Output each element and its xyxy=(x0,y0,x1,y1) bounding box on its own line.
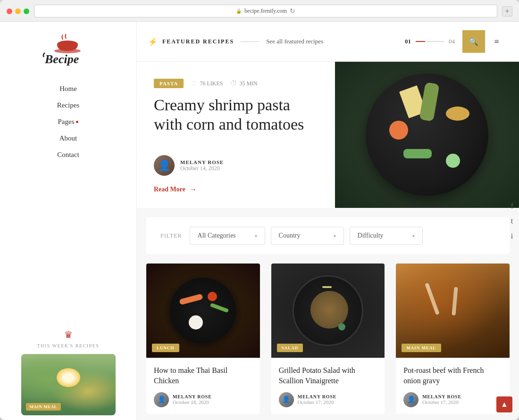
bolt-icon: ⚡ xyxy=(148,37,158,46)
author-name: MELANY ROSE xyxy=(180,159,224,165)
card-content-1: Grilled Potato Salad with Scallion Vinai… xyxy=(271,358,385,414)
pagination-line xyxy=(416,41,444,42)
card-image-2: MAIN MEAL xyxy=(396,264,510,358)
sidebar-item-about[interactable]: About xyxy=(59,134,77,142)
twitter-icon[interactable]: t xyxy=(511,217,513,225)
pagination-current: 01 xyxy=(405,38,411,45)
maximize-button[interactable] xyxy=(24,8,29,14)
card-avatar-1: 👤 xyxy=(279,392,294,407)
svg-text:Becipe: Becipe xyxy=(44,52,79,66)
card-tag-0: LUNCH xyxy=(152,344,179,352)
read-more-button[interactable]: Read More → xyxy=(154,185,318,194)
card-author-info-1: MELANY ROSE October 17, 2020 xyxy=(298,394,337,405)
top-bar: ⚡ FEATURED RECIPES See all featured reci… xyxy=(137,22,519,62)
card-content-0: How to make Thai Basil Chicken 👤 MELANY … xyxy=(146,358,260,414)
chevron-up-icon: ▲ xyxy=(501,400,508,409)
time-info: ⏱ 35 MIN xyxy=(230,80,257,87)
filter-label: FILTER xyxy=(160,232,182,239)
card-author-info-0: MELANY ROSE October 18, 2020 xyxy=(173,394,212,405)
browser-window: 🔒 becipe.frenify.com ↻ + xyxy=(0,0,519,420)
recipe-title: Creamy shrimp pasta with corn and tomato… xyxy=(154,96,318,134)
chevron-down-icon: ▾ xyxy=(255,233,257,239)
recipe-card-2[interactable]: MAIN MEAL Pot-roast beef with French oni… xyxy=(396,264,510,414)
weekly-label: THIS WEEK'S RECIPES xyxy=(0,343,136,348)
card-author-date-1: October 17, 2020 xyxy=(298,399,337,405)
recipe-card-1[interactable]: SALAD Grilled Potato Salad with Scallion… xyxy=(271,264,385,414)
card-author-name-2: MELANY ROSE xyxy=(422,394,461,399)
egg-visual xyxy=(57,368,80,387)
featured-recipe-image xyxy=(335,62,519,208)
sidebar-item-contact[interactable]: Contact xyxy=(57,151,79,159)
recipe-info: PASTA ♡ 76 LIKES ⏱ 35 MIN Creamy shrimp … xyxy=(137,62,335,208)
food-placeholder xyxy=(335,62,519,208)
difficulty-placeholder: Difficulty xyxy=(358,232,384,239)
card-avatar-0: 👤 xyxy=(154,392,169,407)
scroll-up-button[interactable]: ▲ xyxy=(496,396,512,412)
card-image-0: LUNCH xyxy=(146,264,260,358)
sidebar: Becipe Home Recipes Pages About xyxy=(0,22,137,420)
chevron-down-icon-3: ▾ xyxy=(412,233,415,239)
nav-dot xyxy=(76,121,78,123)
bowl-visual xyxy=(366,74,488,196)
main-content: ⚡ FEATURED RECIPES See all featured reci… xyxy=(137,22,519,420)
food-element-4 xyxy=(389,121,408,140)
close-button[interactable] xyxy=(7,8,12,14)
card-title-1: Grilled Potato Salad with Scallion Vinai… xyxy=(279,365,377,387)
menu-button[interactable]: ≡ xyxy=(485,30,508,53)
author-avatar: 👤 xyxy=(154,155,175,176)
clock-icon: ⏱ xyxy=(230,80,237,87)
logo-area: Becipe xyxy=(35,31,101,71)
featured-recipes-title: FEATURED RECIPES xyxy=(162,38,234,45)
recipe-card-0[interactable]: LUNCH How to make Thai Basil Chicken 👤 M… xyxy=(146,264,260,414)
sidebar-item-home[interactable]: Home xyxy=(59,85,77,93)
categories-dropdown[interactable]: All Categories ▾ xyxy=(190,227,265,245)
app-body: Becipe Home Recipes Pages About xyxy=(0,22,519,420)
avatar-figure: 👤 xyxy=(158,159,171,172)
thai-bowl-inner xyxy=(170,278,236,344)
recipe-grid: LUNCH How to make Thai Basil Chicken 👤 M… xyxy=(137,254,519,420)
card-image-1: SALAD xyxy=(271,264,385,358)
recipe-tag-badge: PASTA xyxy=(154,79,184,88)
country-placeholder: Country xyxy=(279,232,301,239)
card-content-2: Pot-roast beef with French onion gravy 👤… xyxy=(396,358,510,414)
top-actions: 🔍 ≡ xyxy=(462,30,508,53)
food-element-3 xyxy=(446,107,469,121)
facebook-icon[interactable]: f xyxy=(511,202,513,210)
hamburger-icon: ≡ xyxy=(494,37,499,47)
difficulty-dropdown[interactable]: Difficulty ▾ xyxy=(350,227,423,245)
sidebar-item-recipes[interactable]: Recipes xyxy=(57,101,79,109)
card-author-1: 👤 MELANY ROSE October 17, 2020 xyxy=(279,392,377,407)
card-author-name-1: MELANY ROSE xyxy=(298,394,337,399)
search-icon: 🔍 xyxy=(469,37,478,46)
chevron-down-icon-2: ▾ xyxy=(334,233,336,239)
featured-recipe: PASTA ♡ 76 LIKES ⏱ 35 MIN Creamy shrimp … xyxy=(137,62,519,208)
address-bar[interactable]: 🔒 becipe.frenify.com ↻ xyxy=(34,5,497,17)
card-author-0: 👤 MELANY ROSE October 18, 2020 xyxy=(154,392,252,407)
food-element-5 xyxy=(403,149,432,158)
likes-info: ♡ 76 LIKES xyxy=(191,80,223,88)
minimize-button[interactable] xyxy=(15,8,21,14)
card-author-name-0: MELANY ROSE xyxy=(173,394,212,399)
card-author-2: 👤 MELANY ROSE October 17, 2020 xyxy=(403,392,502,407)
country-dropdown[interactable]: Country ▾ xyxy=(271,227,344,245)
refresh-button[interactable]: ↻ xyxy=(290,7,295,15)
divider xyxy=(241,41,260,42)
pagination-total: 04 xyxy=(449,38,455,45)
url-text: becipe.frenify.com xyxy=(244,8,287,15)
see-featured-link[interactable]: See all featured recipes xyxy=(266,38,323,45)
instagram-icon[interactable]: i xyxy=(511,232,513,240)
traffic-lights xyxy=(7,8,29,14)
logo-image: Becipe xyxy=(35,31,101,69)
sidebar-nav: Home Recipes Pages About Contact xyxy=(57,85,79,159)
featured-label-group: ⚡ FEATURED RECIPES xyxy=(148,37,234,46)
new-tab-button[interactable]: + xyxy=(502,6,512,16)
lock-icon: 🔒 xyxy=(236,8,242,14)
weekly-recipes-section: ♛ THIS WEEK'S RECIPES MAIN MEAL xyxy=(0,329,136,420)
weekly-recipe-image[interactable]: MAIN MEAL xyxy=(21,354,116,415)
card-avatar-2: 👤 xyxy=(403,392,419,407)
author-details: MELANY ROSE October 14, 2020 xyxy=(180,159,224,172)
card-tag-1: SALAD xyxy=(277,344,303,352)
search-button[interactable]: 🔍 xyxy=(462,30,485,53)
card-title-2: Pot-roast beef with French onion gravy xyxy=(403,365,502,387)
sidebar-item-pages[interactable]: Pages xyxy=(58,118,78,126)
